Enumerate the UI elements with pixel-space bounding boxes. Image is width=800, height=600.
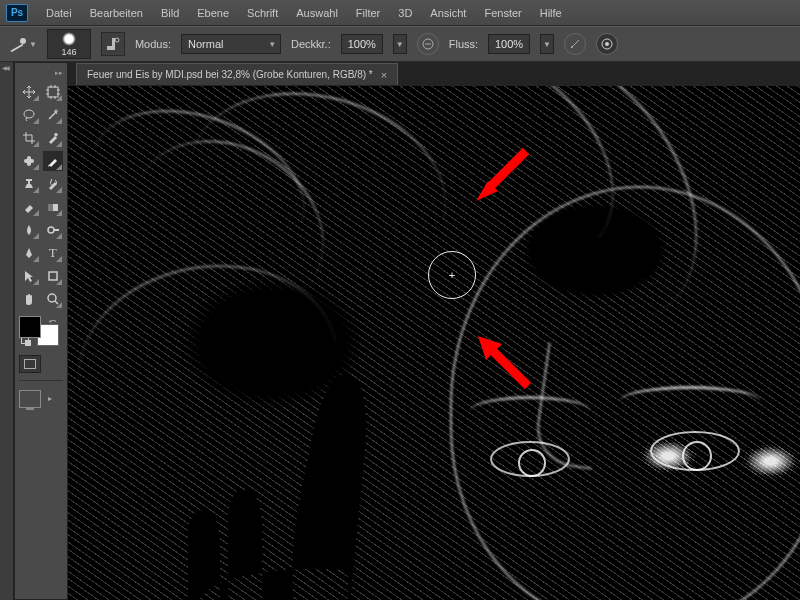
separator: [19, 380, 63, 381]
screen-mode-chevron[interactable]: ▸: [44, 388, 56, 408]
screen-mode-button[interactable]: [19, 390, 41, 408]
document-title: Feuer und Eis by MDI.psd bei 32,8% (Grob…: [87, 69, 373, 80]
svg-point-4: [571, 46, 573, 48]
menu-image[interactable]: Bild: [153, 3, 187, 23]
artwork: [68, 86, 800, 600]
artboard-tool[interactable]: [43, 82, 64, 102]
svg-point-2: [115, 38, 119, 42]
svg-point-8: [24, 110, 34, 118]
color-swatches[interactable]: ⤺: [19, 316, 59, 346]
options-bar: ▼ 146 Modus: Normal Deckkr.: 100% ▼ Flus…: [0, 26, 800, 62]
menu-edit[interactable]: Bearbeiten: [82, 3, 151, 23]
main-area: ▸▸ T: [0, 62, 800, 600]
menu-select[interactable]: Auswahl: [288, 3, 346, 23]
svg-point-16: [48, 227, 54, 233]
opacity-value: 100%: [348, 38, 376, 50]
airbrush-toggle[interactable]: [564, 33, 586, 55]
flow-value: 100%: [495, 38, 523, 50]
healing-brush-tool[interactable]: [19, 151, 40, 171]
annotation-arrow-bottom: [468, 326, 548, 408]
brush-cursor: [428, 251, 476, 299]
zoom-tool[interactable]: [43, 289, 64, 309]
svg-line-22: [490, 348, 528, 386]
menu-filter[interactable]: Filter: [348, 3, 388, 23]
menu-view[interactable]: Ansicht: [422, 3, 474, 23]
mode-label: Modus:: [135, 38, 171, 50]
svg-rect-9: [54, 133, 58, 137]
app-logo: Ps: [6, 4, 28, 22]
svg-point-19: [48, 294, 56, 302]
move-tool[interactable]: [19, 82, 40, 102]
lasso-tool[interactable]: [19, 105, 40, 125]
history-brush-tool[interactable]: [43, 174, 64, 194]
opacity-field[interactable]: 100%: [341, 34, 383, 54]
annotation-arrow-top: [468, 141, 538, 213]
eraser-tool[interactable]: [19, 197, 40, 217]
menu-help[interactable]: Hilfe: [532, 3, 570, 23]
magic-wand-tool[interactable]: [43, 105, 64, 125]
tool-preset-picker[interactable]: ▼: [8, 35, 37, 53]
gradient-tool[interactable]: [43, 197, 64, 217]
brush-tool[interactable]: [43, 151, 64, 171]
svg-rect-11: [27, 156, 31, 166]
svg-rect-18: [49, 272, 57, 280]
menu-file[interactable]: Datei: [38, 3, 80, 23]
size-pressure-toggle[interactable]: [596, 33, 618, 55]
pen-tool[interactable]: [19, 243, 40, 263]
svg-rect-13: [26, 179, 32, 181]
menu-3d[interactable]: 3D: [390, 3, 420, 23]
menu-type[interactable]: Schrift: [239, 3, 286, 23]
brush-settings-button[interactable]: [101, 32, 125, 56]
svg-rect-7: [48, 87, 58, 97]
chevron-down-icon: ▼: [29, 40, 37, 49]
collapsed-panel-strip[interactable]: [0, 62, 14, 600]
svg-rect-0: [107, 46, 115, 50]
brush-preview-dot: [62, 32, 76, 46]
menu-bar: Ps Datei Bearbeiten Bild Ebene Schrift A…: [0, 0, 800, 26]
brush-preset-picker[interactable]: 146: [47, 29, 91, 59]
opacity-stepper[interactable]: ▼: [393, 34, 407, 54]
svg-line-20: [488, 151, 526, 189]
document-area: Feuer und Eis by MDI.psd bei 32,8% (Grob…: [68, 62, 800, 600]
blend-mode-value: Normal: [188, 38, 223, 50]
svg-point-6: [605, 42, 609, 46]
menu-window[interactable]: Fenster: [476, 3, 529, 23]
painted-mask-region: [148, 310, 408, 600]
svg-rect-1: [112, 38, 115, 46]
brush-icon: [8, 35, 26, 53]
hand-tool[interactable]: [19, 289, 40, 309]
menu-layer[interactable]: Ebene: [189, 3, 237, 23]
flow-stepper[interactable]: ▼: [540, 34, 554, 54]
path-selection-tool[interactable]: [19, 266, 40, 286]
crop-tool[interactable]: [19, 128, 40, 148]
clone-stamp-tool[interactable]: [19, 174, 40, 194]
opacity-pressure-toggle[interactable]: [417, 33, 439, 55]
dodge-tool[interactable]: [43, 220, 64, 240]
eyedropper-tool[interactable]: [43, 128, 64, 148]
type-tool[interactable]: T: [43, 243, 64, 263]
quick-mask-toggle[interactable]: [19, 355, 41, 373]
close-tab-icon[interactable]: ×: [381, 69, 387, 81]
foreground-color[interactable]: [19, 316, 41, 338]
svg-rect-17: [54, 229, 59, 231]
blur-tool[interactable]: [19, 220, 40, 240]
shape-tool[interactable]: [43, 266, 64, 286]
flow-field[interactable]: 100%: [488, 34, 530, 54]
opacity-label: Deckkr.:: [291, 38, 331, 50]
blend-mode-dropdown[interactable]: Normal: [181, 34, 281, 54]
flow-label: Fluss:: [449, 38, 478, 50]
document-tab-bar: Feuer und Eis by MDI.psd bei 32,8% (Grob…: [68, 62, 800, 86]
tool-palette-grip[interactable]: ▸▸: [19, 69, 63, 79]
document-tab[interactable]: Feuer und Eis by MDI.psd bei 32,8% (Grob…: [76, 63, 398, 85]
brush-size-value: 146: [61, 47, 76, 57]
svg-rect-15: [48, 204, 53, 211]
canvas[interactable]: [68, 86, 800, 600]
tool-palette: ▸▸ T: [14, 62, 68, 600]
